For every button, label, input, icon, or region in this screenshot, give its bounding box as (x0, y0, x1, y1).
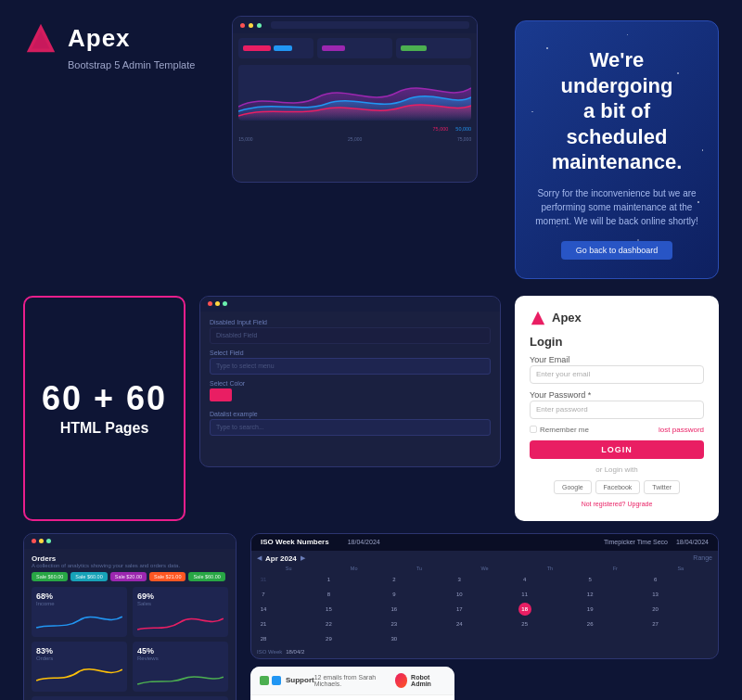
calendar-range-label: Range (693, 554, 712, 563)
form-select-input[interactable]: Type to select menu (210, 358, 491, 375)
dash-stat-2 (317, 38, 392, 58)
cal-day-15[interactable]: 15 (322, 603, 335, 616)
cal-header-su: Su (257, 566, 320, 571)
form-select-label: Select Field (210, 350, 491, 356)
order-badge-4: Sale $21.00 (149, 572, 186, 581)
stat-income: 68% Income (32, 587, 127, 637)
main-container: Apex Bootstrap 5 Admin Template (0, 0, 742, 700)
calendar-prev-icon[interactable]: ◀ (257, 554, 262, 562)
cal-day-31[interactable]: 31 (257, 573, 270, 586)
cal-day-6[interactable]: 6 (649, 573, 662, 586)
cal-day-18-today[interactable]: 18 (518, 603, 531, 616)
calendar-body: ◀ Apr 2024 ▶ Range Su Mo Tu We Th Fr (251, 551, 718, 658)
cal-day-1[interactable]: 1 (322, 573, 335, 586)
cal-day-13[interactable]: 13 (649, 588, 662, 601)
calendar-month-nav: ◀ Apr 2024 ▶ (257, 554, 305, 563)
cal-header-tu: Tu (388, 566, 451, 571)
support-robot-label: Robot Admin (411, 674, 445, 687)
right-column: ISO Week Numbers 18/04/2024 Timepicker T… (250, 533, 719, 701)
cal-day-4[interactable]: 4 (518, 573, 531, 586)
logo-area: Apex Bootstrap 5 Admin Template (23, 20, 195, 70)
cal-day-2[interactable]: 2 (388, 573, 401, 586)
logo-subtitle: Bootstrap 5 Admin Template (68, 59, 195, 70)
stat-income-chart (36, 609, 122, 632)
login-email-label: Your Email (530, 355, 704, 364)
stat-reviews: 45% Reviews (133, 642, 228, 692)
cal-day-28[interactable]: 28 (257, 632, 270, 645)
login-password-placeholder: Enter password (536, 405, 588, 414)
login-forgot-link[interactable]: lost password (659, 426, 704, 434)
stat-orders-label: Orders (36, 655, 122, 661)
orders-bar-chart-section: Orders $9000 (32, 696, 228, 701)
login-password-input[interactable]: Enter password (530, 401, 704, 419)
calendar-next-icon[interactable]: ▶ (301, 554, 305, 562)
pages-label: HTML Pages (60, 420, 149, 437)
top-section: Apex Bootstrap 5 Admin Template (0, 0, 742, 288)
login-button[interactable]: LOGIN (530, 440, 704, 459)
form-dot-green (223, 301, 227, 306)
main-chart-area (238, 65, 471, 121)
calendar-preview: ISO Week Numbers 18/04/2024 Timepicker T… (250, 533, 719, 659)
orders-chart-title: Orders (32, 696, 228, 701)
cal-day-26[interactable]: 26 (583, 617, 596, 630)
middle-section: 60 + 60 HTML Pages Disabled Input Field … (0, 288, 742, 528)
cal-day-3[interactable]: 3 (453, 573, 466, 586)
cal-day-27[interactable]: 27 (649, 617, 662, 630)
form-disabled-input[interactable]: Disabled Field (210, 327, 491, 344)
cal-day-21[interactable]: 21 (257, 617, 270, 630)
login-logo-text: Apex (552, 311, 582, 325)
bottom-section: Orders A collection of analytics showing… (0, 528, 742, 701)
cal-day-30[interactable]: 30 (388, 632, 401, 645)
cal-day-9[interactable]: 9 (388, 588, 401, 601)
login-password-label: Your Password * (530, 390, 704, 400)
stat-orders-pct: 83% (36, 646, 122, 655)
orders-header (24, 534, 236, 549)
chart-label-1: 15,000 (238, 136, 252, 142)
login-register-link[interactable]: Upgrade (627, 501, 652, 507)
cal-day-7[interactable]: 7 (257, 588, 270, 601)
login-email-input[interactable]: Enter your email (530, 365, 704, 384)
form-disabled-value: Disabled Field (216, 332, 257, 338)
cal-day-24[interactable]: 24 (453, 617, 466, 630)
order-badge-2: Sale $60.00 (70, 572, 107, 581)
cal-day-14[interactable]: 14 (257, 603, 270, 616)
support-icon-blue (272, 676, 281, 685)
cal-day-22[interactable]: 22 (322, 617, 335, 630)
cal-day-5[interactable]: 5 (583, 573, 596, 586)
cal-day-20[interactable]: 20 (649, 603, 662, 616)
login-remember-group: Remember me (530, 426, 589, 434)
cal-day-16[interactable]: 16 (388, 603, 401, 616)
support-card: Support 12 emails from Sarah Michaels. R… (250, 667, 454, 701)
orders-dot-red (32, 539, 36, 543)
login-remember-checkbox[interactable] (530, 426, 537, 433)
login-register-label: Not registered? (582, 501, 626, 507)
form-example-input[interactable]: Type to search... (210, 419, 491, 436)
support-agent-label: 12 emails from Sarah Michaels. (314, 674, 391, 687)
chart-svg (238, 65, 471, 121)
orders-badges: Sale $60.00 Sale $60.00 Sale $20.00 Sale… (32, 572, 228, 581)
cal-day-10[interactable]: 10 (453, 588, 466, 601)
cal-day-23[interactable]: 23 (388, 617, 401, 630)
stat-reviews-chart (137, 664, 224, 687)
stat-row-2: 83% Orders 45% Reviews (32, 642, 228, 692)
maintenance-button[interactable]: Go back to dashboard (561, 241, 673, 260)
order-badge-1: Sale $60.00 (32, 572, 68, 581)
support-icon-green (260, 676, 269, 685)
cal-day-19[interactable]: 19 (583, 603, 596, 616)
window-dot-yellow (249, 23, 253, 28)
login-twitter-button[interactable]: Twitter (644, 480, 680, 494)
calendar-iso-label: ISO Week (257, 649, 282, 655)
cal-day-25[interactable]: 25 (518, 617, 531, 630)
maintenance-title: We'reundergoinga bit ofscheduledmaintena… (552, 47, 683, 175)
calendar-month-label: Apr 2024 (265, 554, 297, 563)
login-google-button[interactable]: Google (554, 480, 592, 494)
cal-day-12[interactable]: 12 (583, 588, 596, 601)
login-logo-icon (530, 310, 546, 326)
login-facebook-button[interactable]: Facebook (595, 480, 641, 494)
cal-day-17[interactable]: 17 (453, 603, 466, 616)
cal-day-8[interactable]: 8 (322, 588, 335, 601)
stat-sales-chart (137, 609, 224, 632)
cal-day-29[interactable]: 29 (322, 632, 335, 645)
form-color-swatch[interactable] (210, 388, 232, 401)
cal-day-11[interactable]: 11 (518, 588, 531, 601)
